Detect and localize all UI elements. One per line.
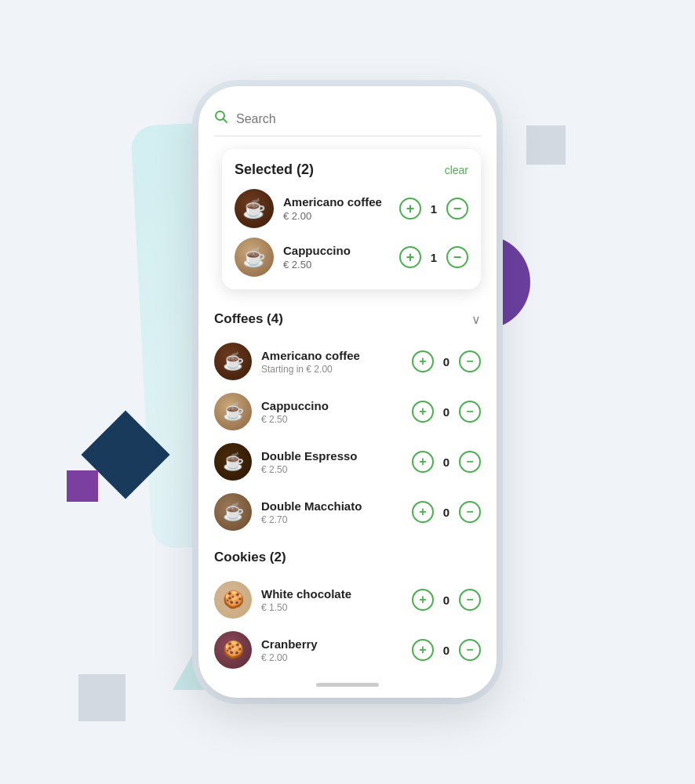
macchiato-list-qty-control: + 0 − <box>412 501 481 523</box>
list-item-cappuccino: ☕ Cappuccino € 2.50 + 0 − <box>198 387 497 437</box>
espresso-list-info: Double Espresso € 2.50 <box>261 449 412 475</box>
cappuccino-price: € 2.50 <box>283 259 399 270</box>
list-item-white-chocolate: 🍪 White chocolate € 1.50 + 0 − <box>198 575 497 625</box>
espresso-list-increase-button[interactable]: + <box>412 451 434 473</box>
cappuccino-decrease-button[interactable]: − <box>446 246 468 268</box>
white-chocolate-list-decrease-button[interactable]: − <box>459 589 481 611</box>
cranberry-list-price: € 2.00 <box>261 652 412 663</box>
americano-decrease-button[interactable]: − <box>446 198 468 220</box>
macchiato-list-increase-button[interactable]: + <box>412 501 434 523</box>
cappuccino-list-name: Cappuccino <box>261 399 412 412</box>
americano-list-info: Americano coffee Starting in € 2.00 <box>261 349 412 375</box>
cappuccino-list-price: € 2.50 <box>261 414 412 425</box>
bg-gray-rect-bottom <box>78 674 126 721</box>
cappuccino-list-info: Cappuccino € 2.50 <box>261 399 412 425</box>
americano-list-decrease-button[interactable]: − <box>459 350 481 372</box>
cookies-category-header[interactable]: Cookies (2) <box>198 540 497 575</box>
americano-price: € 2.00 <box>283 210 399 222</box>
americano-image: ☕ <box>235 189 274 228</box>
search-input[interactable] <box>236 112 481 126</box>
coffees-category-header[interactable]: Coffees (4) ∨ <box>198 302 497 336</box>
phone-screen: Selected (2) clear ☕ Americano coffee € … <box>198 86 497 698</box>
white-chocolate-list-qty-control: + 0 − <box>412 589 481 611</box>
cappuccino-info: Cappuccino € 2.50 <box>283 244 399 270</box>
cranberry-list-qty-control: + 0 − <box>412 639 481 661</box>
americano-list-qty-control: + 0 − <box>412 350 481 372</box>
white-chocolate-list-price: € 1.50 <box>261 602 412 613</box>
americano-list-increase-button[interactable]: + <box>412 350 434 372</box>
selected-item-cappuccino: ☕ Cappuccino € 2.50 + 1 − <box>235 238 468 277</box>
cranberry-list-info: Cranberry € 2.00 <box>261 637 412 663</box>
cappuccino-increase-button[interactable]: + <box>399 246 421 268</box>
list-item-cranberry: 🍪 Cranberry € 2.00 + 0 − <box>198 625 497 675</box>
selected-panel: Selected (2) clear ☕ Americano coffee € … <box>222 149 481 289</box>
macchiato-list-name: Double Macchiato <box>261 499 412 513</box>
espresso-list-name: Double Espresso <box>261 449 412 463</box>
cappuccino-image: ☕ <box>235 238 274 277</box>
cappuccino-name: Cappuccino <box>283 244 399 257</box>
coffees-chevron-icon: ∨ <box>471 312 481 327</box>
macchiato-list-quantity: 0 <box>440 506 453 519</box>
white-chocolate-list-name: White chocolate <box>261 587 412 601</box>
white-chocolate-list-quantity: 0 <box>440 593 453 607</box>
cookies-category-title: Cookies (2) <box>214 550 286 565</box>
cranberry-list-quantity: 0 <box>440 644 453 657</box>
coffees-category-title: Coffees (4) <box>214 311 283 327</box>
cranberry-list-image: 🍪 <box>214 631 252 669</box>
bg-dark-diamond <box>81 410 169 499</box>
americano-info: Americano coffee € 2.00 <box>283 195 399 222</box>
selected-header: Selected (2) clear <box>235 162 468 178</box>
cappuccino-list-qty-control: + 0 − <box>412 401 481 423</box>
americano-list-image: ☕ <box>214 343 252 380</box>
selected-title: Selected (2) <box>235 162 314 178</box>
clear-button[interactable]: clear <box>445 164 468 176</box>
americano-increase-button[interactable]: + <box>399 198 421 220</box>
espresso-list-price: € 2.50 <box>261 464 412 475</box>
cappuccino-list-decrease-button[interactable]: − <box>459 401 481 423</box>
espresso-list-quantity: 0 <box>440 456 453 469</box>
list-item-americano: ☕ Americano coffee Starting in € 2.00 + … <box>198 336 497 387</box>
cappuccino-quantity-control: + 1 − <box>399 246 468 268</box>
americano-quantity-control: + 1 − <box>399 198 468 220</box>
cranberry-list-name: Cranberry <box>261 637 412 651</box>
macchiato-list-image: ☕ <box>214 493 252 531</box>
macchiato-list-decrease-button[interactable]: − <box>459 501 481 523</box>
cranberry-list-decrease-button[interactable]: − <box>459 639 481 661</box>
search-icon <box>214 110 228 128</box>
americano-list-quantity: 0 <box>440 355 453 368</box>
white-chocolate-list-image: 🍪 <box>214 581 252 619</box>
bg-purple-small <box>67 470 98 502</box>
espresso-list-image: ☕ <box>214 443 252 481</box>
americano-name: Americano coffee <box>283 195 399 209</box>
bg-gray-rect-top <box>526 125 566 165</box>
phone-container: Selected (2) clear ☕ Americano coffee € … <box>198 86 497 698</box>
espresso-list-qty-control: + 0 − <box>412 451 481 473</box>
americano-list-name: Americano coffee <box>261 349 412 362</box>
white-chocolate-list-info: White chocolate € 1.50 <box>261 587 412 613</box>
americano-quantity: 1 <box>428 202 440 216</box>
macchiato-list-price: € 2.70 <box>261 514 412 525</box>
list-item-macchiato: ☕ Double Macchiato € 2.70 + 0 − <box>198 487 497 537</box>
cappuccino-quantity: 1 <box>428 251 440 264</box>
search-bar <box>214 110 481 136</box>
selected-item-americano: ☕ Americano coffee € 2.00 + 1 − <box>235 189 468 228</box>
americano-list-price: Starting in € 2.00 <box>261 364 412 375</box>
cappuccino-list-increase-button[interactable]: + <box>412 401 434 423</box>
home-indicator <box>316 683 379 687</box>
cranberry-list-increase-button[interactable]: + <box>412 639 434 661</box>
espresso-list-decrease-button[interactable]: − <box>459 451 481 473</box>
list-item-espresso: ☕ Double Espresso € 2.50 + 0 − <box>198 437 497 487</box>
macchiato-list-info: Double Macchiato € 2.70 <box>261 499 412 525</box>
cappuccino-list-image: ☕ <box>214 393 252 430</box>
white-chocolate-list-increase-button[interactable]: + <box>412 589 434 611</box>
cappuccino-list-quantity: 0 <box>440 405 453 419</box>
svg-line-1 <box>224 119 227 123</box>
